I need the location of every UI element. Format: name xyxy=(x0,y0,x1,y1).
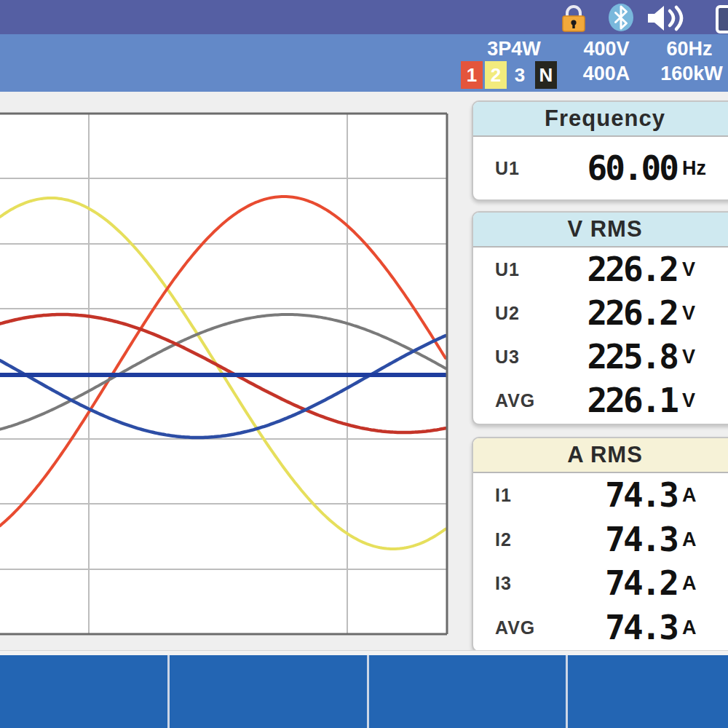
function-key-separator xyxy=(566,655,568,728)
voltage-unit: V xyxy=(682,389,695,412)
arms-row-i2: I2 74.3 A xyxy=(473,518,728,562)
vrms-panel-title: V RMS xyxy=(473,213,728,248)
channel-label: U2 xyxy=(495,303,520,324)
vrms-row-u1: U1 226.2 V xyxy=(473,248,728,291)
current-value: 74.3 xyxy=(605,608,677,647)
channel-label: I2 xyxy=(495,529,512,550)
voltage-unit: V xyxy=(682,302,695,325)
arms-panel: A RMS I1 74.3 A I2 74.3 A I3 74.2 A AVG … xyxy=(472,437,728,652)
function-key-4[interactable] xyxy=(568,655,728,728)
arms-panel-title: A RMS xyxy=(473,438,728,473)
function-key-separator xyxy=(367,655,369,728)
channel-label: U1 xyxy=(495,158,520,179)
channel-label: I3 xyxy=(495,573,512,594)
function-key-3[interactable] xyxy=(369,655,566,728)
frequency-value: 60.00 xyxy=(587,149,677,188)
vrms-row-u3: U3 225.8 V xyxy=(473,335,728,379)
frequency-row-u1: U1 60.00 Hz xyxy=(473,137,728,199)
current-value: 74.2 xyxy=(605,563,677,603)
channel-label: AVG xyxy=(495,390,535,411)
vrms-row-avg: AVG 226.1 V xyxy=(473,379,728,422)
voltage-value: 225.8 xyxy=(587,337,677,376)
voltage-value: 226.2 xyxy=(587,250,677,289)
arms-row-avg: AVG 74.3 A xyxy=(473,606,728,650)
function-key-1[interactable] xyxy=(0,655,167,728)
voltage-unit: V xyxy=(682,346,695,368)
arms-row-i3: I3 74.2 A xyxy=(473,561,728,606)
current-unit: A xyxy=(682,572,697,595)
vrms-row-u2: U2 226.2 V xyxy=(473,291,728,335)
arms-row-i1: I1 74.3 A xyxy=(473,473,728,518)
frequency-panel: Frequency U1 60.00 Hz xyxy=(472,100,728,201)
voltage-unit: V xyxy=(682,258,695,281)
current-unit: A xyxy=(682,484,697,507)
frequency-unit: Hz xyxy=(682,157,706,180)
current-unit: A xyxy=(682,528,697,550)
frequency-panel-title: Frequency xyxy=(473,102,728,137)
voltage-value: 226.2 xyxy=(587,293,677,333)
current-unit: A xyxy=(682,616,697,638)
function-key-bar xyxy=(0,655,728,728)
channel-label: AVG xyxy=(495,617,535,638)
current-value: 74.3 xyxy=(605,520,677,559)
vrms-panel: V RMS U1 226.2 V U2 226.2 V U3 225.8 V A… xyxy=(472,211,728,425)
channel-label: I1 xyxy=(495,485,512,506)
channel-label: U3 xyxy=(495,347,520,368)
voltage-value: 226.1 xyxy=(587,381,677,420)
function-key-separator xyxy=(167,655,170,728)
function-key-2[interactable] xyxy=(170,655,367,728)
channel-label: U1 xyxy=(495,259,520,280)
current-value: 74.3 xyxy=(605,475,677,515)
